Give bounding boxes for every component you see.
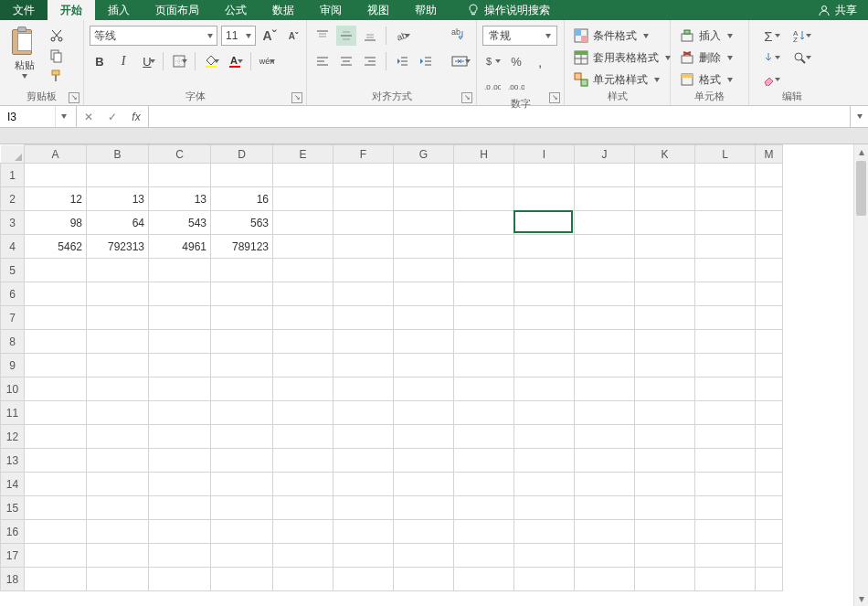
cell-B17[interactable] — [87, 544, 149, 568]
cell-I10[interactable] — [514, 377, 575, 401]
cell-L14[interactable] — [695, 473, 756, 496]
cell-B10[interactable] — [87, 377, 149, 401]
cell-B12[interactable] — [87, 425, 149, 449]
cell-A14[interactable] — [25, 473, 87, 496]
cell-B16[interactable] — [87, 520, 149, 544]
cell-L3[interactable] — [695, 211, 756, 235]
cell-B8[interactable] — [87, 330, 149, 354]
row-header-3[interactable]: 3 — [1, 211, 25, 235]
cell-E9[interactable] — [273, 354, 333, 377]
col-header-B[interactable]: B — [87, 145, 149, 164]
bold-button[interactable]: B — [90, 51, 110, 71]
cell-D9[interactable] — [211, 354, 273, 377]
fill-button[interactable] — [755, 48, 782, 68]
cell-E12[interactable] — [273, 425, 333, 449]
row-header-1[interactable]: 1 — [1, 164, 25, 187]
cell-M5[interactable] — [756, 259, 783, 282]
format-cells-button[interactable]: 格式 — [676, 69, 736, 90]
col-header-H[interactable]: H — [454, 145, 514, 164]
cell-G4[interactable] — [394, 235, 454, 259]
row-header-11[interactable]: 11 — [1, 401, 25, 425]
format-as-table-button[interactable]: 套用表格格式 — [570, 48, 674, 68]
row-header-6[interactable]: 6 — [1, 282, 25, 306]
align-right-button[interactable] — [360, 51, 380, 71]
cell-K12[interactable] — [635, 425, 695, 449]
cell-A8[interactable] — [25, 330, 87, 354]
vertical-scrollbar[interactable]: ▴ ▾ — [853, 144, 868, 606]
tab-page-layout[interactable]: 页面布局 — [143, 0, 212, 20]
cell-C12[interactable] — [149, 425, 211, 449]
cell-F13[interactable] — [333, 449, 394, 473]
row-header-13[interactable]: 13 — [1, 449, 25, 473]
cell-G13[interactable] — [394, 449, 454, 473]
decrease-font-button[interactable]: Aˇ — [283, 26, 303, 46]
cell-F5[interactable] — [333, 259, 394, 282]
number-dialog-launcher[interactable]: ↘ — [549, 92, 560, 103]
cell-M13[interactable] — [756, 449, 783, 473]
cell-A17[interactable] — [25, 544, 87, 568]
cell-M8[interactable] — [756, 330, 783, 354]
enter-edit-button[interactable]: ✓ — [101, 111, 124, 123]
cell-F6[interactable] — [333, 282, 394, 306]
cell-K7[interactable] — [635, 306, 695, 330]
number-format-combo[interactable]: 常规 — [482, 26, 557, 46]
cell-C13[interactable] — [149, 449, 211, 473]
cell-I2[interactable] — [514, 187, 575, 211]
cell-E2[interactable] — [273, 187, 333, 211]
tab-insert[interactable]: 插入 — [95, 0, 143, 20]
cell-J16[interactable] — [575, 520, 635, 544]
cell-H4[interactable] — [454, 235, 514, 259]
cell-D3[interactable]: 563 — [211, 211, 273, 235]
cell-B13[interactable] — [87, 449, 149, 473]
cell-E3[interactable] — [273, 211, 333, 235]
cell-E15[interactable] — [273, 496, 333, 520]
cell-L2[interactable] — [695, 187, 756, 211]
cell-K5[interactable] — [635, 259, 695, 282]
col-header-F[interactable]: F — [333, 145, 394, 164]
row-header-12[interactable]: 12 — [1, 425, 25, 449]
cell-M1[interactable] — [756, 164, 783, 187]
tell-me-search[interactable]: 操作说明搜索 — [455, 0, 563, 20]
cell-B2[interactable]: 13 — [87, 187, 149, 211]
cell-I14[interactable] — [514, 473, 575, 496]
cell-F2[interactable] — [333, 187, 394, 211]
cell-B14[interactable] — [87, 473, 149, 496]
cell-G1[interactable] — [394, 164, 454, 187]
cell-L6[interactable] — [695, 282, 756, 306]
cell-I13[interactable] — [514, 449, 575, 473]
cell-G3[interactable] — [394, 211, 454, 235]
cell-I9[interactable] — [514, 354, 575, 377]
merge-center-button[interactable] — [447, 51, 472, 71]
cell-H13[interactable] — [454, 449, 514, 473]
cell-A2[interactable]: 12 — [25, 187, 87, 211]
cell-L4[interactable] — [695, 235, 756, 259]
cell-I6[interactable] — [514, 282, 575, 306]
cell-B1[interactable] — [87, 164, 149, 187]
cell-C10[interactable] — [149, 377, 211, 401]
percent-button[interactable]: % — [506, 51, 526, 71]
cell-K4[interactable] — [635, 235, 695, 259]
cell-H12[interactable] — [454, 425, 514, 449]
cell-H8[interactable] — [454, 330, 514, 354]
cell-D16[interactable] — [211, 520, 273, 544]
cell-E17[interactable] — [273, 544, 333, 568]
wrap-text-button[interactable]: ab — [447, 26, 472, 46]
cell-I3[interactable] — [514, 211, 575, 235]
cell-A4[interactable]: 5462 — [25, 235, 87, 259]
cell-M11[interactable] — [756, 401, 783, 425]
cell-M17[interactable] — [756, 544, 783, 568]
sort-filter-button[interactable]: AZ — [786, 26, 813, 46]
cell-J8[interactable] — [575, 330, 635, 354]
cell-F4[interactable] — [333, 235, 394, 259]
cell-D15[interactable] — [211, 496, 273, 520]
cell-A18[interactable] — [25, 568, 87, 591]
row-header-4[interactable]: 4 — [1, 235, 25, 259]
cell-G11[interactable] — [394, 401, 454, 425]
cell-K11[interactable] — [635, 401, 695, 425]
align-bottom-button[interactable] — [360, 26, 380, 46]
cell-J10[interactable] — [575, 377, 635, 401]
cell-C11[interactable] — [149, 401, 211, 425]
cell-D6[interactable] — [211, 282, 273, 306]
row-header-14[interactable]: 14 — [1, 473, 25, 496]
cell-E8[interactable] — [273, 330, 333, 354]
